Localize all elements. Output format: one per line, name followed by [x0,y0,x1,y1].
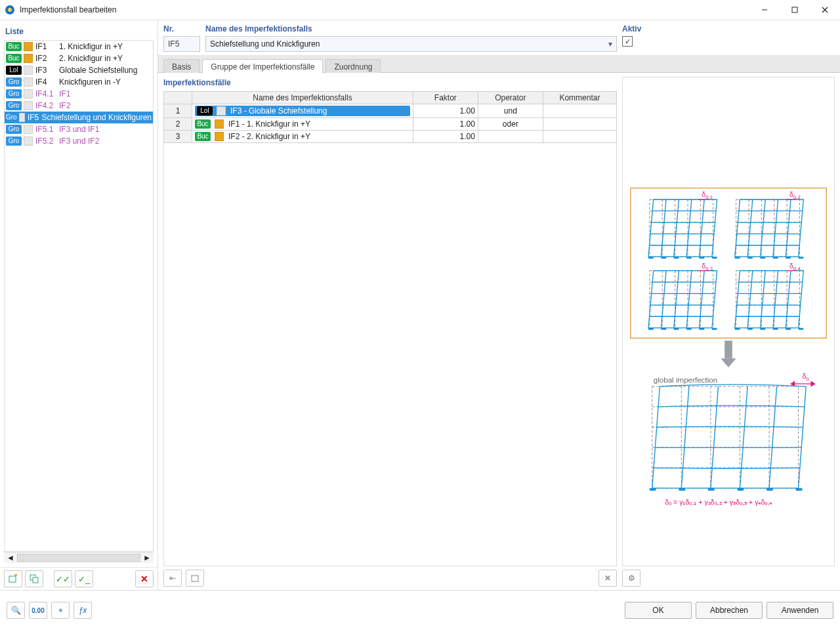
type-tag: Gro [6,89,22,98]
new-item-button[interactable] [4,570,22,587]
svg-text:δ0,1: δ0,1 [702,190,713,200]
col-factor: Faktor [413,92,478,104]
function-icon: ƒx [79,606,87,615]
sidebar-item-IF5.1[interactable]: GroIF5.1IF3 und IF1 [5,123,153,135]
type-tag: Lol [6,66,22,75]
scroll-right-icon[interactable]: ► [143,553,151,562]
cases-empty-area [163,143,617,566]
cancel-button[interactable]: Abbrechen [696,602,763,619]
active-label: Aktiv [622,24,835,33]
sidebar-item-IF2[interactable]: BucIF22. Knickfigur in +Y [5,52,153,64]
sidebar-item-IF1[interactable]: BucIF11. Knickfigur in +Y [5,41,153,52]
sidebar: Liste BucIF11. Knickfigur in +YBucIF22. … [0,20,158,590]
check-all-button[interactable]: ✓✓ [54,570,72,587]
svg-rect-52 [652,387,799,488]
col-operator: Operator [478,92,543,104]
item-name: 1. Knickfigur in +Y [59,42,123,51]
table-row[interactable]: 2BucIF1 - 1. Knickfigur in +Y1.00oder [164,118,617,131]
sidebar-item-IF3[interactable]: LolIF3Globale Schiefstellung [5,64,153,76]
units-button[interactable]: 0.00 [29,602,47,619]
item-id: IF3 [35,66,59,75]
decimal-icon: 0.00 [32,607,44,614]
apply-button[interactable]: Anwenden [766,602,833,619]
table-row[interactable]: 3BucIF2 - 2. Knickfigur in +Y1.00 [164,131,617,143]
svg-text:δ0,3: δ0,3 [702,262,713,272]
table-row[interactable]: 1LolIF3 - Globale Schiefstellung1.00und [164,104,617,118]
color-swatch [24,89,33,98]
svg-rect-64 [738,488,744,491]
sidebar-list[interactable]: BucIF11. Knickfigur in +YBucIF22. Knickf… [4,40,154,552]
type-tag: Gro [6,101,22,110]
uncheck-all-button[interactable]: ✓_ [75,570,93,587]
scroll-left-icon[interactable]: ◄ [7,553,14,562]
svg-rect-6 [9,576,16,582]
chevron-down-icon: ▾ [608,39,612,49]
color-swatch [24,42,33,51]
window-title: Imperfektionsfall bearbeiten [20,5,749,14]
header-fields: Nr. IF5 Name des Imperfektionsfalls Schi… [158,20,840,56]
tab-group[interactable]: Gruppe der Imperfektionsfälle [202,59,323,73]
help-button[interactable]: 🔍 [7,602,25,619]
copy-item-button[interactable] [25,570,43,587]
type-tag: Gro [6,125,22,134]
item-id: IF2 [35,54,59,63]
delete-icon: ✕ [140,574,148,584]
color-swatch [24,136,33,146]
type-tag: Buc [6,54,22,63]
svg-text:δ0: δ0 [802,372,808,382]
name-select[interactable]: Schiefstellung und Knickfiguren ▾ [205,36,617,52]
sidebar-item-IF5.2[interactable]: GroIF5.2IF3 und IF2 [5,135,153,147]
new-row-button[interactable] [186,570,204,587]
tab-basis[interactable]: Basis [163,59,200,73]
item-id: IF1 [35,42,59,51]
clear-table-button[interactable]: ✕ [598,570,617,587]
target-icon: ⌖ [58,606,63,615]
svg-rect-3 [792,7,797,12]
item-id: IF4.1 [35,89,59,98]
type-tag: Gro [6,136,22,146]
svg-rect-11 [192,576,198,581]
diagram-panel: δ0,1 δ0,2 δ0,3 δ0,4 [622,77,835,566]
app-icon [4,4,16,16]
type-tag: Gro [6,77,22,87]
sidebar-item-IF4.1[interactable]: GroIF4.1IF1 [5,88,153,100]
nr-field[interactable]: IF5 [163,36,200,52]
formula-button[interactable]: ƒx [74,602,92,619]
sidebar-item-IF4[interactable]: GroIF4Knickfiguren in -Y [5,76,153,88]
item-name: IF1 [59,89,70,98]
item-name: IF2 [59,101,70,110]
sidebar-horizontal-scrollbar[interactable]: ◄ ► [4,552,154,563]
svg-text:δ₀ = γ₁δ₀,₁ + γ₂δ₀,₂ + γ₃δ₀,₃ : δ₀ = γ₁δ₀,₁ + γ₂δ₀,₂ + γ₃δ₀,₃ + γ₄δ₀,₄ [665,498,772,506]
svg-text:δ0,4: δ0,4 [789,262,801,272]
cases-toolbar: ⇤ ✕ [163,566,617,590]
import-button[interactable]: ⇤ [163,570,182,587]
active-checkbox[interactable] [622,36,633,47]
diagram-settings-button[interactable]: ⚙ [622,570,640,587]
type-tag: Gro [6,113,17,122]
sidebar-heading: Liste [4,24,154,40]
col-comment: Kommentar [543,92,616,104]
cases-table[interactable]: Name des Imperfektionsfalls Faktor Opera… [163,91,617,143]
svg-text:global imperfection: global imperfection [654,375,717,384]
maximize-button[interactable] [780,0,810,20]
pick-button[interactable]: ⌖ [51,602,70,619]
titlebar: Imperfektionsfall bearbeiten [0,0,840,20]
svg-rect-65 [766,488,773,491]
scroll-track[interactable] [17,554,140,562]
sidebar-item-IF5[interactable]: GroIF5Schiefstellung und Knickfiguren [5,112,153,123]
ok-button[interactable]: OK [625,602,692,619]
sidebar-item-IF4.2[interactable]: GroIF4.2IF2 [5,100,153,112]
col-name: Name des Imperfektionsfalls [192,92,413,104]
delete-item-button[interactable]: ✕ [135,570,154,587]
footer: 🔍 0.00 ⌖ ƒx OK Abbrechen Anwenden [0,590,840,630]
tab-assign[interactable]: Zuordnung [326,59,381,73]
item-id: IF5 [28,113,42,122]
nr-label: Nr. [163,24,200,33]
name-label: Name des Imperfektionsfalls [205,24,617,33]
svg-rect-63 [708,488,715,491]
item-id: IF4 [35,77,59,87]
svg-rect-62 [679,488,685,491]
close-button[interactable] [810,0,840,20]
item-id: IF5.1 [35,125,59,134]
minimize-button[interactable] [749,0,780,20]
